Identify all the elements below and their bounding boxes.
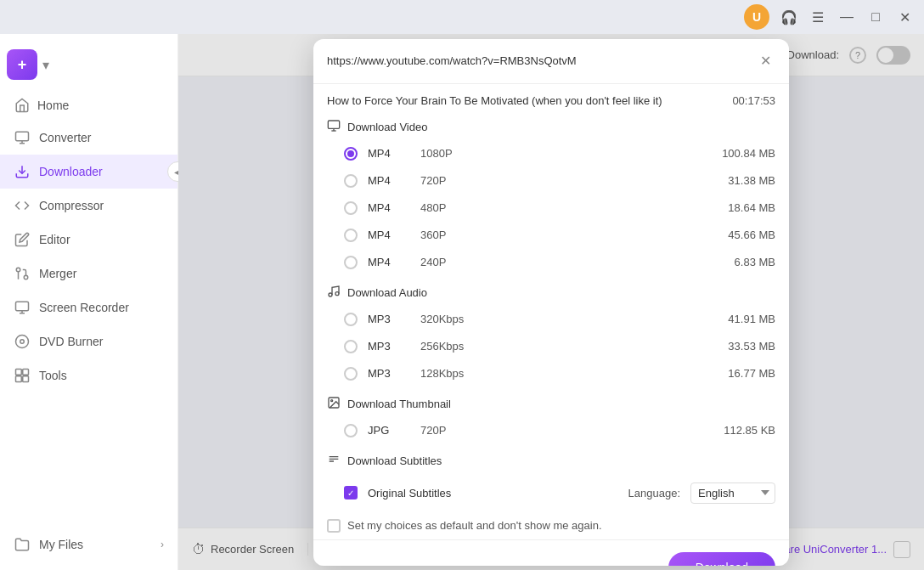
headset-button[interactable]: 🎧	[776, 4, 802, 30]
format-row-mp4-240[interactable]: MP4 240P 6.83 MB	[313, 249, 789, 276]
subtitles-options-row: ✓ Original Subtitles Language: English S…	[313, 474, 789, 512]
maximize-button[interactable]: □	[863, 4, 888, 30]
radio-mp4-1080[interactable]	[344, 147, 358, 161]
svg-rect-12	[16, 370, 22, 375]
compressor-label: Compressor	[39, 199, 104, 212]
titlebar: U 🎧 ☰ — □ ✕	[0, 0, 924, 34]
minimize-button[interactable]: —	[834, 4, 859, 30]
svg-point-19	[329, 293, 332, 296]
format-row-mp3-256[interactable]: MP3 256Kbps 33.53 MB	[313, 333, 789, 360]
app-logo: +	[7, 49, 37, 80]
download-subtitles-header: Download Subtitles	[313, 444, 789, 474]
video-section-icon	[327, 119, 341, 135]
video-duration: 00:17:53	[732, 94, 775, 107]
checkbox-check-icon: ✓	[347, 488, 354, 498]
download-video-header: Download Video	[313, 110, 789, 140]
svg-rect-7	[16, 302, 29, 311]
screen-recorder-icon	[14, 299, 31, 316]
format-name-4: MP4	[368, 229, 410, 241]
format-row-mp4-1080[interactable]: MP4 1080P 100.84 MB	[313, 140, 789, 167]
format-row-mp4-480[interactable]: MP4 480P 18.64 MB	[313, 195, 789, 222]
compressor-icon	[14, 197, 31, 214]
svg-point-4	[24, 275, 28, 279]
format-quality-t1: 720P	[420, 424, 697, 437]
radio-mp3-256[interactable]	[344, 340, 358, 353]
original-subtitles-label: Original Subtitles	[368, 487, 618, 499]
my-files-arrow: ›	[161, 539, 164, 550]
radio-mp3-128[interactable]	[344, 367, 358, 381]
svg-rect-13	[23, 370, 29, 375]
sidebar-item-compressor[interactable]: Compressor	[0, 189, 177, 223]
svg-point-10	[16, 336, 29, 348]
format-quality-4: 360P	[420, 229, 697, 241]
sidebar-item-merger[interactable]: Merger	[0, 257, 177, 291]
radio-mp3-320[interactable]	[344, 313, 358, 326]
sidebar-item-converter[interactable]: Converter	[0, 121, 177, 155]
radio-mp4-240[interactable]	[344, 256, 358, 269]
sidebar-item-downloader[interactable]: Downloader ◀	[0, 155, 177, 189]
format-row-jpg-720[interactable]: JPG 720P 112.85 KB	[313, 417, 789, 444]
thumbnail-section-icon	[327, 396, 341, 412]
default-row: Set my choices as default and don't show…	[313, 512, 789, 539]
subtitles-section-icon	[327, 453, 341, 469]
format-row-mp3-320[interactable]: MP3 320Kbps 41.91 MB	[313, 306, 789, 333]
home-icon	[14, 97, 31, 114]
modal-close-button[interactable]: ✕	[755, 51, 775, 71]
format-size-5: 6.83 MB	[707, 256, 775, 268]
sidebar-item-home[interactable]: Home	[0, 90, 177, 121]
download-button[interactable]: Download	[668, 552, 775, 566]
download-audio-header: Download Audio	[313, 276, 789, 306]
dvd-burner-icon	[14, 333, 31, 350]
modal-url-text: https://www.youtube.com/watch?v=RMB3NsQo…	[327, 54, 748, 67]
sidebar-item-dvd-burner[interactable]: DVD Burner	[0, 325, 177, 358]
format-row-mp3-128[interactable]: MP3 128Kbps 16.77 MB	[313, 360, 789, 387]
merger-icon	[14, 265, 31, 282]
brand-dropdown-icon[interactable]: ▾	[42, 57, 49, 73]
sidebar-bottom: My Files ›	[0, 528, 177, 562]
format-row-mp4-360[interactable]: MP4 360P 45.66 MB	[313, 222, 789, 249]
dvd-burner-label: DVD Burner	[39, 335, 103, 348]
format-size-3: 18.64 MB	[707, 201, 775, 214]
modal-url-bar: https://www.youtube.com/watch?v=RMB3NsQo…	[313, 39, 789, 84]
modal-footer: Download	[313, 539, 789, 566]
menu-button[interactable]: ☰	[805, 4, 831, 30]
sidebar-item-editor[interactable]: Editor	[0, 223, 177, 257]
download-audio-label: Download Audio	[347, 286, 427, 299]
radio-mp4-360[interactable]	[344, 229, 358, 242]
main-content: High Speed Download: ? ⏱ Recorder Screen…	[178, 34, 924, 570]
format-name-t1: JPG	[368, 424, 410, 437]
format-size-1: 100.84 MB	[707, 147, 775, 160]
download-thumbnail-label: Download Thumbnail	[347, 398, 451, 410]
svg-point-20	[335, 291, 339, 295]
titlebar-controls: U 🎧 ☰ — □ ✕	[744, 4, 917, 30]
language-select[interactable]: English Spanish French German Chinese Ja…	[690, 483, 775, 504]
close-button[interactable]: ✕	[892, 4, 917, 30]
svg-point-5	[16, 268, 20, 272]
sidebar-item-screen-recorder[interactable]: Screen Recorder	[0, 291, 177, 325]
format-name-a2: MP3	[368, 340, 410, 353]
downloader-label: Downloader	[39, 165, 103, 178]
original-subtitles-checkbox[interactable]: ✓	[344, 486, 358, 499]
format-row-mp4-720[interactable]: MP4 720P 31.38 MB	[313, 167, 789, 195]
download-thumbnail-header: Download Thumbnail	[313, 387, 789, 417]
format-quality-a3: 128Kbps	[420, 367, 697, 380]
svg-rect-16	[328, 121, 339, 128]
default-checkbox[interactable]	[327, 519, 341, 533]
format-size-t1: 112.85 KB	[707, 424, 775, 437]
sidebar-item-my-files[interactable]: My Files ›	[0, 528, 177, 562]
radio-jpg-720[interactable]	[344, 424, 358, 437]
svg-point-22	[331, 399, 333, 401]
merger-label: Merger	[39, 267, 76, 280]
editor-icon	[14, 231, 31, 248]
format-size-4: 45.66 MB	[707, 229, 775, 241]
converter-icon	[14, 129, 31, 146]
radio-mp4-480[interactable]	[344, 201, 358, 215]
radio-mp4-720[interactable]	[344, 174, 358, 188]
sidebar-item-tools[interactable]: Tools	[0, 358, 177, 392]
format-name-5: MP4	[368, 256, 410, 268]
editor-label: Editor	[39, 233, 70, 246]
format-name-a3: MP3	[368, 367, 410, 380]
download-modal: https://www.youtube.com/watch?v=RMB3NsQo…	[313, 39, 789, 566]
user-avatar[interactable]: U	[744, 4, 769, 30]
format-name-2: MP4	[368, 174, 410, 187]
